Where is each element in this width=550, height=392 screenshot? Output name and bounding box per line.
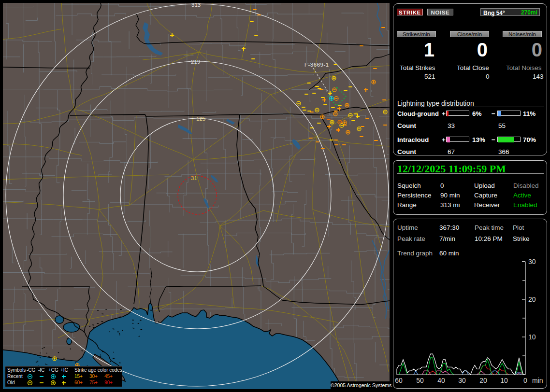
svg-text:min: min: [532, 377, 543, 384]
svg-text:30: 30: [458, 377, 466, 384]
svg-text:313: 313: [191, 3, 201, 8]
svg-text:40: 40: [437, 377, 445, 384]
svg-text:125: 125: [196, 116, 205, 122]
svg-text:20: 20: [479, 377, 487, 384]
svg-text:60: 60: [395, 377, 403, 384]
svg-text:31: 31: [191, 175, 197, 181]
svg-text:10: 10: [528, 333, 536, 341]
svg-text:30: 30: [528, 258, 536, 266]
svg-text:50: 50: [416, 377, 424, 384]
svg-text:F-3669-1: F-3669-1: [304, 62, 329, 68]
svg-text:10: 10: [500, 377, 508, 384]
svg-text:219: 219: [191, 59, 200, 65]
svg-text:20: 20: [528, 295, 536, 303]
svg-text:0: 0: [523, 377, 527, 384]
